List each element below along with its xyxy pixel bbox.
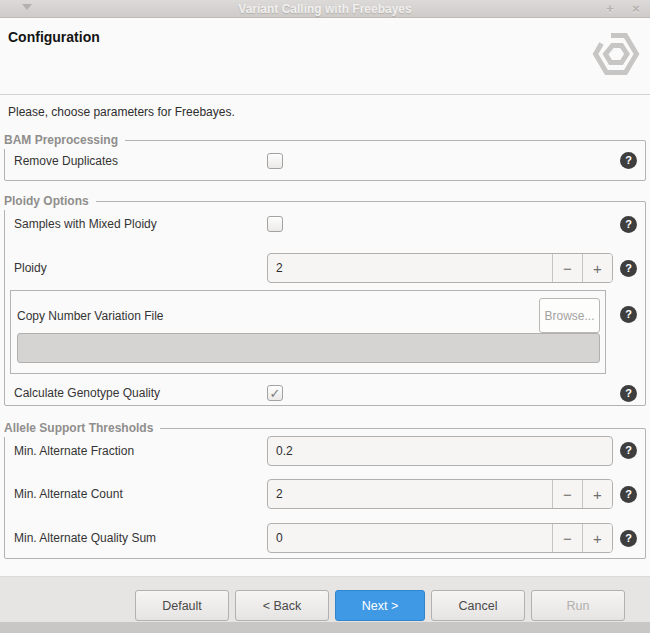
intro-text: Please, choose parameters for Freebayes.	[8, 105, 642, 119]
browse-button[interactable]: Browse...	[539, 298, 600, 333]
default-button[interactable]: Default	[135, 590, 229, 621]
row-alt-quality-sum: Min. Alternate Quality Sum 0 − + ?	[5, 516, 645, 560]
group-title: Ploidy Options	[4, 193, 96, 210]
wizard-content: Please, choose parameters for Freebayes.…	[0, 105, 650, 559]
minus-icon[interactable]: −	[552, 254, 582, 282]
genotype-quality-label: Calculate Genotype Quality	[14, 386, 267, 400]
alt-fraction-input[interactable]	[267, 436, 613, 466]
plus-icon[interactable]: +	[582, 524, 612, 552]
group-title: Allele Support Thresholds	[4, 420, 160, 437]
mixed-ploidy-checkbox[interactable]	[267, 216, 283, 232]
wizard-header: Configuration	[0, 18, 650, 95]
cnv-frame: Copy Number Variation File Browse...	[10, 290, 606, 374]
checkmark-icon: ✓	[270, 386, 281, 401]
remove-duplicates-checkbox[interactable]	[267, 153, 283, 169]
row-alt-count: Min. Alternate Count 2 − + ?	[5, 472, 645, 516]
cancel-button[interactable]: Cancel	[431, 590, 525, 621]
back-button[interactable]: < Back	[235, 590, 329, 621]
group-bam-preprocessing: BAM Preprocessing Remove Duplicates ?	[4, 140, 646, 181]
plus-icon[interactable]: +	[582, 254, 612, 282]
group-title: BAM Preprocessing	[4, 132, 125, 149]
help-icon[interactable]: ?	[620, 216, 637, 233]
window-title: Variant Calling with Freebayes	[0, 2, 650, 16]
row-mixed-ploidy: Samples with Mixed Ploidy ?	[5, 202, 645, 246]
help-icon[interactable]: ?	[620, 385, 637, 402]
help-icon[interactable]: ?	[620, 530, 637, 547]
genotype-quality-checkbox[interactable]: ✓	[267, 385, 283, 401]
minus-icon[interactable]: −	[552, 524, 582, 552]
ugene-logo-icon	[592, 30, 640, 78]
row-genotype-quality: Calculate Genotype Quality ✓ ?	[5, 375, 645, 411]
group-ploidy-options: Ploidy Options Samples with Mixed Ploidy…	[4, 201, 646, 406]
wizard-button-bar: Default < Back Next > Cancel Run	[0, 576, 650, 633]
alt-quality-sum-label: Min. Alternate Quality Sum	[14, 531, 267, 545]
cnv-section: Copy Number Variation File Browse... ?	[5, 290, 645, 375]
help-icon[interactable]: ?	[620, 442, 637, 459]
alt-count-value[interactable]: 2	[268, 480, 552, 508]
ploidy-value[interactable]: 2	[268, 254, 552, 282]
plus-icon[interactable]: +	[582, 480, 612, 508]
group-allele-thresholds: Allele Support Thresholds Min. Alternate…	[4, 428, 646, 559]
alt-quality-sum-spinner[interactable]: 0 − +	[267, 523, 613, 553]
minus-icon[interactable]: −	[552, 480, 582, 508]
cnv-file-label: Copy Number Variation File	[17, 309, 539, 323]
row-ploidy: Ploidy 2 − + ?	[5, 246, 645, 290]
ploidy-label: Ploidy	[14, 261, 267, 275]
window-bottom-edge	[0, 622, 650, 633]
close-icon[interactable]: ×	[628, 1, 644, 17]
help-icon[interactable]: ?	[620, 306, 637, 323]
help-icon[interactable]: ?	[620, 486, 637, 503]
help-icon[interactable]: ?	[620, 260, 637, 277]
remove-duplicates-label: Remove Duplicates	[14, 154, 267, 168]
row-cnv-file: Copy Number Variation File Browse...	[11, 291, 605, 333]
dialog-window: Variant Calling with Freebayes + × Confi…	[0, 0, 650, 633]
title-bar: Variant Calling with Freebayes + ×	[0, 0, 650, 18]
maximize-icon[interactable]: +	[602, 1, 618, 17]
ploidy-spinner[interactable]: 2 − +	[267, 253, 613, 283]
alt-fraction-label: Min. Alternate Fraction	[14, 444, 267, 458]
alt-count-label: Min. Alternate Count	[14, 487, 267, 501]
help-icon[interactable]: ?	[620, 152, 637, 169]
alt-fraction-value[interactable]	[268, 437, 612, 465]
alt-quality-sum-value[interactable]: 0	[268, 524, 552, 552]
mixed-ploidy-label: Samples with Mixed Ploidy	[14, 217, 267, 231]
next-button[interactable]: Next >	[335, 590, 425, 621]
page-title: Configuration	[8, 29, 100, 45]
alt-count-spinner[interactable]: 2 − +	[267, 479, 613, 509]
run-button[interactable]: Run	[531, 590, 625, 621]
cnv-file-field[interactable]	[17, 333, 600, 363]
